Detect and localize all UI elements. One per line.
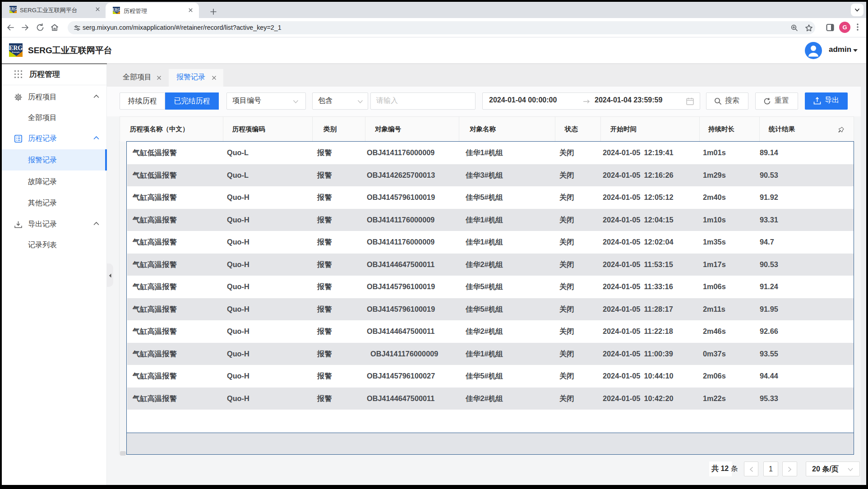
svg-text:Example: Example	[10, 10, 16, 12]
svg-text:Example: Example	[114, 11, 119, 13]
svg-text:Example: Example	[12, 51, 20, 53]
